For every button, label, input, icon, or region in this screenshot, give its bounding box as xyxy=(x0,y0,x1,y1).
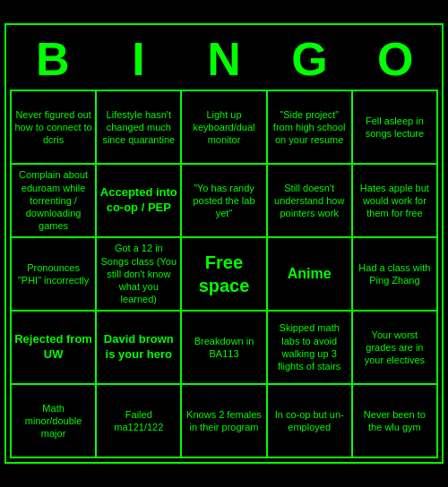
bingo-cell-16: David brown is your hero xyxy=(97,312,180,383)
bingo-cell-19: Your worst grades are in your electives xyxy=(353,312,436,383)
bingo-cell-1: Lifestyle hasn't changed much since quar… xyxy=(97,91,180,163)
bingo-cell-6: Accepted into co-op / PEP xyxy=(97,165,180,236)
bingo-cell-9: Hates apple but would work for them for … xyxy=(353,165,436,236)
bingo-letter-o: O xyxy=(356,32,435,86)
bingo-cell-21: Failed ma121/122 xyxy=(97,385,180,457)
bingo-cell-18: Skipped math labs to avoid walking up 3 … xyxy=(268,312,351,383)
bingo-cell-2: Light up keyboard/dual monitor xyxy=(182,91,265,163)
bingo-cell-23: In co-op but un-employed xyxy=(268,385,351,457)
bingo-cell-8: Still doesn't understand how pointers wo… xyxy=(268,165,351,236)
bingo-cell-12: Free space xyxy=(182,238,265,310)
bingo-cell-3: "Side project" from high school on your … xyxy=(268,91,351,163)
bingo-cell-4: Fell asleep in songs lecture xyxy=(353,91,436,163)
bingo-cell-0: Never figured out how to connect to dcri… xyxy=(12,91,95,163)
bingo-cell-14: Had a class with Ping Zhang xyxy=(353,238,436,310)
bingo-cell-5: Complain about eduroam while torrenting … xyxy=(12,165,95,236)
bingo-cell-22: Knows 2 females in their program xyxy=(182,385,265,457)
bingo-cell-15: Rejected from UW xyxy=(12,312,95,383)
bingo-header: BINGO xyxy=(10,29,438,90)
bingo-grid: Never figured out how to connect to dcri… xyxy=(10,90,438,458)
bingo-letter-i: I xyxy=(99,32,177,86)
bingo-letter-n: N xyxy=(185,32,263,86)
bingo-card: BINGO Never figured out how to connect t… xyxy=(4,23,444,464)
bingo-cell-10: Pronounces "PHI" incorrectly xyxy=(12,238,95,310)
bingo-cell-20: Math minor/double major xyxy=(12,385,95,457)
bingo-cell-7: "Yo has randy posted the lab yet" xyxy=(182,165,265,236)
bingo-letter-b: B xyxy=(13,32,92,86)
bingo-cell-24: Never been to the wlu gym xyxy=(353,385,436,457)
bingo-cell-17: Breakdown in BA113 xyxy=(182,312,265,383)
bingo-cell-11: Got a 12 in Songs class (You still don't… xyxy=(97,238,180,310)
bingo-cell-13: Anime xyxy=(268,238,351,310)
bingo-letter-g: G xyxy=(271,32,349,86)
